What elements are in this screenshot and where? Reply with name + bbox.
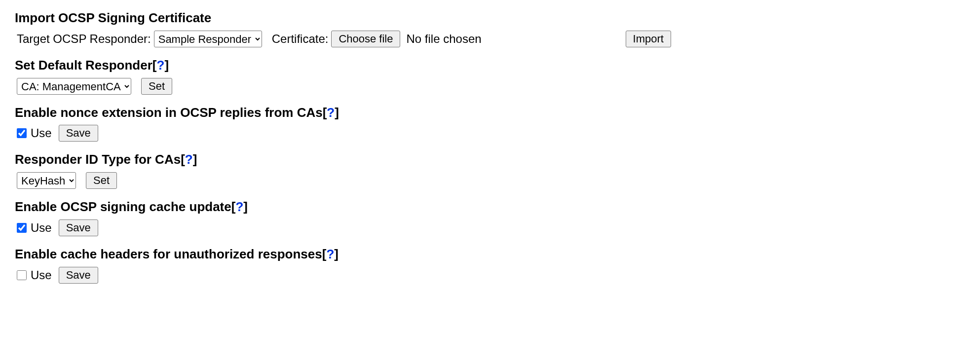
row-set-default-responder: CA: ManagementCA Set xyxy=(15,78,965,95)
help-link-responder-id-type[interactable]: ? xyxy=(185,152,193,167)
import-button[interactable]: Import xyxy=(626,31,671,47)
row-enable-cache-headers-unauth: Use Save xyxy=(15,267,965,284)
heading-enable-cache-headers-unauth: Enable cache headers for unauthorized re… xyxy=(15,246,965,263)
help-link-set-default-responder[interactable]: ? xyxy=(157,58,165,73)
set-default-responder-button[interactable]: Set xyxy=(141,78,172,95)
heading-text-set-default-responder: Set Default Responder xyxy=(15,58,152,73)
row-enable-nonce-extension: Use Save xyxy=(15,125,965,142)
save-cache-headers-unauth-button[interactable]: Save xyxy=(59,267,98,284)
section-enable-signing-cache: Enable OCSP signing cache update[?] Use … xyxy=(15,199,965,236)
select-responder-id-type[interactable]: KeyHash xyxy=(17,172,76,189)
section-enable-cache-headers-unauth: Enable cache headers for unauthorized re… xyxy=(15,246,965,284)
section-enable-nonce-extension: Enable nonce extension in OCSP replies f… xyxy=(15,105,965,142)
label-use-nonce-extension: Use xyxy=(31,126,52,140)
heading-text-enable-cache-headers-unauth: Enable cache headers for unauthorized re… xyxy=(15,247,322,261)
help-link-enable-cache-headers-unauth[interactable]: ? xyxy=(326,247,334,261)
set-responder-id-type-button[interactable]: Set xyxy=(86,172,117,189)
heading-enable-nonce-extension: Enable nonce extension in OCSP replies f… xyxy=(15,105,965,121)
heading-responder-id-type: Responder ID Type for CAs[?] xyxy=(15,151,965,168)
file-chosen-status: No file chosen xyxy=(406,32,481,46)
choose-file-button[interactable]: Choose file xyxy=(331,31,400,47)
help-link-enable-signing-cache[interactable]: ? xyxy=(235,199,243,214)
row-import-ocsp-cert: Target OCSP Responder: Sample Responder … xyxy=(15,31,965,47)
label-target-ocsp-responder: Target OCSP Responder: xyxy=(17,32,151,46)
label-certificate: Certificate: xyxy=(272,32,329,46)
heading-set-default-responder: Set Default Responder[?] xyxy=(15,57,965,74)
section-import-ocsp-cert: Import OCSP Signing Certificate Target O… xyxy=(15,10,965,47)
checkbox-use-cache-headers-unauth[interactable] xyxy=(17,270,27,280)
section-set-default-responder: Set Default Responder[?] CA: ManagementC… xyxy=(15,57,965,95)
heading-text-enable-signing-cache: Enable OCSP signing cache update xyxy=(15,199,231,214)
checkbox-use-signing-cache[interactable] xyxy=(17,223,27,233)
row-enable-signing-cache: Use Save xyxy=(15,219,965,236)
label-use-signing-cache: Use xyxy=(31,221,52,235)
section-responder-id-type: Responder ID Type for CAs[?] KeyHash Set xyxy=(15,151,965,189)
heading-enable-signing-cache: Enable OCSP signing cache update[?] xyxy=(15,199,965,216)
heading-text-enable-nonce-extension: Enable nonce extension in OCSP replies f… xyxy=(15,105,323,120)
save-signing-cache-button[interactable]: Save xyxy=(59,219,98,236)
checkbox-use-nonce-extension[interactable] xyxy=(17,128,27,138)
select-target-ocsp-responder[interactable]: Sample Responder xyxy=(154,31,262,47)
label-use-cache-headers-unauth: Use xyxy=(31,268,52,282)
select-default-responder[interactable]: CA: ManagementCA xyxy=(17,78,131,95)
save-nonce-extension-button[interactable]: Save xyxy=(59,125,98,142)
help-link-enable-nonce-extension[interactable]: ? xyxy=(327,105,335,120)
row-responder-id-type: KeyHash Set xyxy=(15,172,965,189)
heading-import-ocsp-cert: Import OCSP Signing Certificate xyxy=(15,10,965,27)
heading-text-responder-id-type: Responder ID Type for CAs xyxy=(15,152,181,167)
